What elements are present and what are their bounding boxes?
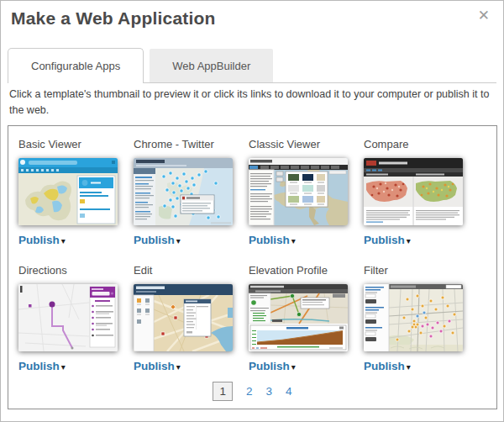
template-name: Chrome - Twitter	[134, 138, 249, 150]
thumbnail-directions[interactable]	[18, 284, 118, 351]
publish-row: Publish ▾	[249, 234, 364, 246]
close-icon[interactable]: ✕	[478, 8, 490, 23]
make-web-application-dialog: Make a Web Application ✕ Configurable Ap…	[0, 0, 504, 422]
template-card-filter: Filter	[364, 262, 479, 388]
template-name: Basic Viewer	[18, 138, 134, 150]
thumbnail-edit[interactable]	[134, 284, 233, 351]
page-button-3[interactable]: 3	[266, 385, 273, 398]
tab-bar: Configurable Apps Web AppBuilder	[8, 47, 496, 83]
publish-link[interactable]: Publish	[134, 234, 175, 246]
publish-row: Publish ▾	[134, 360, 249, 372]
thumbnail-classic-viewer[interactable]	[249, 158, 348, 225]
publish-link[interactable]: Publish	[18, 360, 60, 372]
publish-dropdown-arrow-icon[interactable]: ▾	[61, 362, 66, 372]
thumbnail-elevation-profile[interactable]	[249, 284, 348, 351]
publish-row: Publish ▾	[249, 360, 364, 372]
page-button-1[interactable]: 1	[213, 382, 233, 401]
template-grid: Basic Viewer	[18, 136, 496, 388]
thumbnail-chrome-twitter[interactable]	[134, 158, 233, 225]
template-name: Classic Viewer	[249, 138, 364, 150]
templates-panel: Basic Viewer	[8, 125, 497, 409]
template-card-classic-viewer: Classic Viewer	[249, 136, 364, 262]
template-card-edit: Edit	[134, 262, 249, 388]
pagination: 1 2 3 4	[8, 382, 496, 401]
instruction-text: Click a template's thumbnail to preview …	[9, 87, 496, 119]
publish-row: Publish ▾	[134, 234, 249, 246]
publish-dropdown-arrow-icon[interactable]: ▾	[61, 236, 66, 245]
publish-dropdown-arrow-icon[interactable]: ▾	[291, 236, 296, 245]
template-card-basic-viewer: Basic Viewer	[18, 136, 134, 262]
thumbnail-compare[interactable]	[364, 158, 463, 225]
template-name: Directions	[18, 264, 134, 277]
template-card-directions: Directions	[18, 262, 134, 388]
template-name: Filter	[364, 264, 479, 277]
page-button-2[interactable]: 2	[246, 385, 253, 398]
publish-dropdown-arrow-icon[interactable]: ▾	[291, 362, 296, 372]
publish-link[interactable]: Publish	[134, 360, 175, 372]
publish-link[interactable]: Publish	[18, 234, 60, 246]
template-name: Compare	[364, 138, 479, 150]
tab-web-appbuilder[interactable]: Web AppBuilder	[150, 49, 273, 82]
page-button-4[interactable]: 4	[286, 385, 292, 398]
publish-link[interactable]: Publish	[249, 234, 290, 246]
template-card-elevation-profile: Elevation Profile	[249, 262, 364, 388]
thumbnail-filter[interactable]	[364, 284, 463, 351]
tab-configurable-apps[interactable]: Configurable Apps	[8, 48, 144, 83]
publish-dropdown-arrow-icon[interactable]: ▾	[407, 236, 411, 245]
publish-link[interactable]: Publish	[364, 234, 405, 246]
template-card-chrome-twitter: Chrome - Twitter	[134, 136, 249, 262]
publish-link[interactable]: Publish	[364, 360, 405, 372]
template-name: Edit	[134, 264, 249, 277]
publish-row: Publish ▾	[364, 234, 479, 246]
publish-link[interactable]: Publish	[249, 360, 290, 372]
template-card-compare: Compare	[364, 136, 479, 262]
publish-dropdown-arrow-icon[interactable]: ▾	[176, 236, 181, 245]
publish-dropdown-arrow-icon[interactable]: ▾	[407, 362, 411, 372]
publish-row: Publish ▾	[18, 360, 134, 372]
dialog-title: Make a Web Application	[11, 8, 216, 29]
publish-dropdown-arrow-icon[interactable]: ▾	[176, 362, 181, 372]
thumbnail-basic-viewer[interactable]	[18, 158, 118, 225]
publish-row: Publish ▾	[364, 360, 479, 372]
template-name: Elevation Profile	[249, 264, 364, 277]
publish-row: Publish ▾	[18, 234, 134, 246]
